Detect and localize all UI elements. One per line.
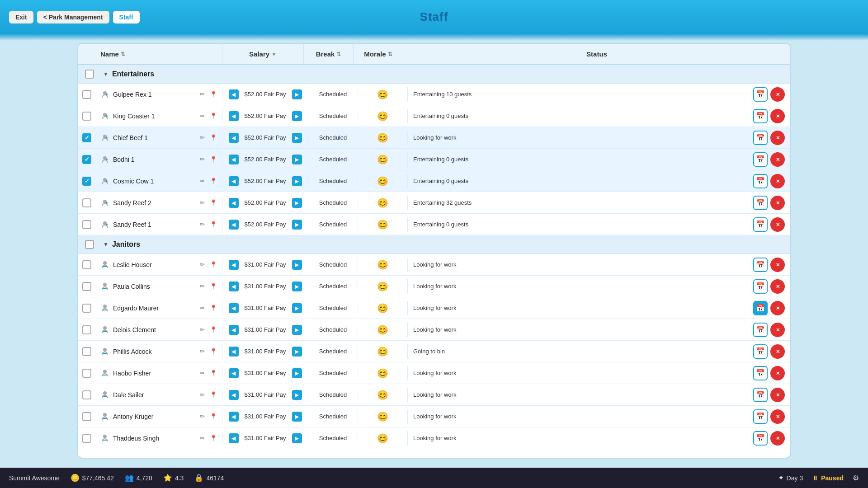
collapse-icon-entertainers[interactable]: ▼ [103,71,108,77]
row-checkbox-6[interactable] [78,197,96,209]
edit-icon-12[interactable]: ✏ [197,347,207,357]
fire-button-11[interactable]: ✕ [770,323,785,337]
edit-icon-9[interactable]: ✏ [197,282,207,291]
row-checkbox-9[interactable] [78,280,96,293]
fire-button-12[interactable]: ✕ [770,344,785,359]
locate-icon-6[interactable]: 📍 [208,198,218,208]
checkbox-6[interactable] [82,198,91,207]
schedule-button-16[interactable]: 📅 [753,431,768,446]
locate-icon-5[interactable]: 📍 [208,176,218,186]
salary-increase-13[interactable]: ▶ [292,368,302,378]
schedule-button-8[interactable]: 📅 [753,258,768,272]
schedule-button-10[interactable]: 📅 [753,301,768,315]
edit-icon-10[interactable]: ✏ [197,303,207,313]
fire-button-15[interactable]: ✕ [770,409,785,424]
schedule-button-9[interactable]: 📅 [753,279,768,294]
edit-icon-8[interactable]: ✏ [197,260,207,270]
edit-icon-11[interactable]: ✏ [197,325,207,335]
group-checkbox-entertainers[interactable] [85,70,94,79]
salary-decrease-8[interactable]: ◀ [229,260,239,270]
fire-button-2[interactable]: ✕ [770,109,785,123]
th-break[interactable]: Break ⇅ [304,44,354,64]
fire-button-14[interactable]: ✕ [770,388,785,402]
fire-button-3[interactable]: ✕ [770,131,785,145]
locate-icon-10[interactable]: 📍 [208,303,218,313]
salary-increase-12[interactable]: ▶ [292,347,302,357]
row-checkbox-10[interactable] [78,302,96,314]
locate-icon-13[interactable]: 📍 [208,368,218,378]
checkbox-7[interactable] [82,220,91,229]
row-checkbox-2[interactable] [78,110,96,122]
salary-increase-14[interactable]: ▶ [292,390,302,400]
checkbox-12[interactable] [82,347,91,356]
row-checkbox-16[interactable] [78,432,96,445]
row-checkbox-15[interactable] [78,410,96,423]
checkbox-4[interactable] [82,155,91,164]
salary-increase-10[interactable]: ▶ [292,303,302,313]
salary-increase-15[interactable]: ▶ [292,412,302,422]
locate-icon-8[interactable]: 📍 [208,260,218,270]
schedule-button-15[interactable]: 📅 [753,409,768,424]
fire-button-4[interactable]: ✕ [770,152,785,167]
edit-icon-13[interactable]: ✏ [197,368,207,378]
edit-icon-6[interactable]: ✏ [197,198,207,208]
schedule-button-3[interactable]: 📅 [753,131,768,145]
row-checkbox-8[interactable] [78,258,96,271]
th-name[interactable]: Name ⇅ [78,44,222,64]
checkbox-3[interactable] [82,133,91,142]
salary-increase-16[interactable]: ▶ [292,433,302,443]
fire-button-8[interactable]: ✕ [770,258,785,272]
row-checkbox-13[interactable] [78,367,96,380]
row-checkbox-11[interactable] [78,324,96,336]
group-checkbox-janitors[interactable] [85,240,94,249]
row-checkbox-7[interactable] [78,218,96,231]
locate-icon-2[interactable]: 📍 [208,111,218,121]
row-checkbox-5[interactable] [78,175,96,188]
exit-button[interactable]: Exit [9,11,33,23]
locate-icon-1[interactable]: 📍 [208,89,218,99]
row-checkbox-4[interactable] [78,153,96,166]
salary-decrease-6[interactable]: ◀ [229,198,239,208]
locate-icon-3[interactable]: 📍 [208,133,218,143]
edit-icon-14[interactable]: ✏ [197,390,207,400]
th-morale[interactable]: Morale ⇅ [354,44,403,64]
locate-icon-9[interactable]: 📍 [208,282,218,291]
locate-icon-16[interactable]: 📍 [208,433,218,443]
checkbox-11[interactable] [82,325,91,334]
edit-icon-3[interactable]: ✏ [197,133,207,143]
salary-decrease-7[interactable]: ◀ [229,220,239,230]
park-management-button[interactable]: < Park Management [37,11,109,23]
edit-icon-15[interactable]: ✏ [197,412,207,422]
checkbox-1[interactable] [82,90,91,99]
schedule-button-1[interactable]: 📅 [753,87,768,102]
schedule-button-7[interactable]: 📅 [753,217,768,232]
salary-increase-5[interactable]: ▶ [292,176,302,186]
salary-increase-8[interactable]: ▶ [292,260,302,270]
schedule-button-2[interactable]: 📅 [753,109,768,123]
checkbox-15[interactable] [82,412,91,421]
salary-decrease-10[interactable]: ◀ [229,303,239,313]
edit-icon-5[interactable]: ✏ [197,176,207,186]
schedule-button-13[interactable]: 📅 [753,366,768,380]
locate-icon-15[interactable]: 📍 [208,412,218,422]
salary-increase-11[interactable]: ▶ [292,325,302,335]
schedule-button-4[interactable]: 📅 [753,152,768,167]
row-checkbox-14[interactable] [78,389,96,401]
salary-decrease-12[interactable]: ◀ [229,347,239,357]
fire-button-6[interactable]: ✕ [770,196,785,210]
settings-icon[interactable]: ⚙ [853,474,859,482]
row-checkbox-12[interactable] [78,345,96,358]
checkbox-5[interactable] [82,177,91,186]
checkbox-10[interactable] [82,304,91,313]
fire-button-7[interactable]: ✕ [770,217,785,232]
locate-icon-14[interactable]: 📍 [208,390,218,400]
salary-increase-4[interactable]: ▶ [292,155,302,164]
schedule-button-11[interactable]: 📅 [753,323,768,337]
edit-icon-1[interactable]: ✏ [197,89,207,99]
fire-button-5[interactable]: ✕ [770,174,785,188]
salary-decrease-14[interactable]: ◀ [229,390,239,400]
th-salary[interactable]: Salary ▼ [222,44,304,64]
salary-decrease-11[interactable]: ◀ [229,325,239,335]
locate-icon-12[interactable]: 📍 [208,347,218,357]
schedule-button-12[interactable]: 📅 [753,344,768,359]
